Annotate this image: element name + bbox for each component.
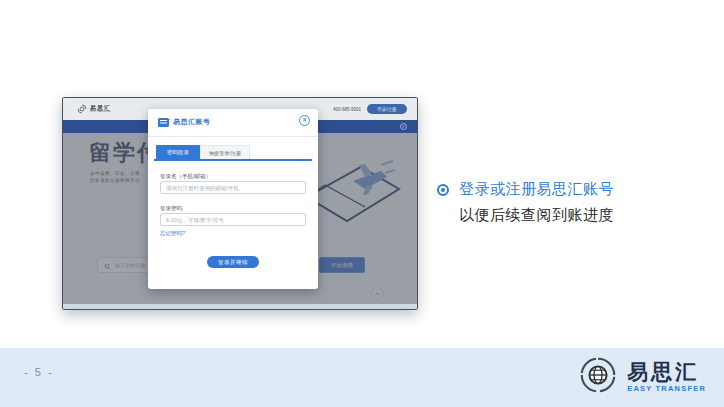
modal-logo-plus-mark: + — [169, 116, 171, 121]
site-footer-strip — [63, 304, 417, 310]
modal-logo-icon: + — [158, 118, 169, 127]
brand-name-en: EASY TRANSFER — [627, 385, 706, 393]
bullet-ring-icon — [437, 184, 449, 196]
username-input[interactable] — [160, 181, 306, 194]
annotation-subtitle: 以便后续查阅到账进度 — [459, 206, 614, 225]
tab-underline — [154, 159, 312, 161]
brand-logo: 易思汇 EASY TRANSFER — [577, 354, 706, 400]
site-phone: 400-685-9091 — [333, 107, 361, 112]
annotation-title: 登录或注册易思汇账号 — [459, 180, 614, 199]
globe-swirl-icon — [577, 354, 619, 400]
slide-footer-band: - 5 - 易思汇 EASY TRANSFER — [0, 348, 724, 407]
modal-title: 易思汇账号 — [173, 117, 211, 127]
tab-password-login[interactable]: 密码登录 — [156, 145, 200, 159]
login-tabs: 密码登录 快捷登录/注册 — [156, 145, 250, 159]
notice-close-icon[interactable]: ✕ — [400, 123, 407, 130]
site-logo-swirl-icon — [77, 100, 87, 118]
site-logo[interactable]: 易思汇 EASY TRANSFER — [77, 100, 111, 118]
tab-quick-login-register[interactable]: 快捷登录/注册 — [200, 145, 250, 159]
username-label: 登录名（手机/邮箱） — [160, 173, 211, 180]
site-login-register-button[interactable]: 登录/注册 — [367, 104, 407, 114]
modal-close-icon[interactable]: ✕ — [299, 115, 310, 126]
brand-name-cn: 易思汇 — [627, 361, 706, 382]
website-screenshot: 易思汇 EASY TRANSFER 400-685-9091 登录/注册 ✕ 留… — [62, 97, 418, 310]
page-number: - 5 - — [24, 366, 54, 378]
password-label: 登录密码 — [160, 205, 182, 212]
login-modal: + 易思汇账号 ✕ 密码登录 快捷登录/注册 登录名（手机/邮箱） 登录密码 忘… — [148, 109, 318, 289]
annotation-block: 登录或注册易思汇账号 以便后续查阅到账进度 — [437, 180, 614, 225]
login-submit-button[interactable]: 登录并继续 — [207, 256, 259, 268]
forgot-password-link[interactable]: 忘记密码? — [160, 230, 185, 237]
site-logo-en: EASY TRANSFER — [90, 111, 111, 114]
password-input[interactable] — [160, 213, 306, 226]
modal-divider — [148, 136, 318, 137]
modal-header: + 易思汇账号 — [158, 117, 211, 127]
